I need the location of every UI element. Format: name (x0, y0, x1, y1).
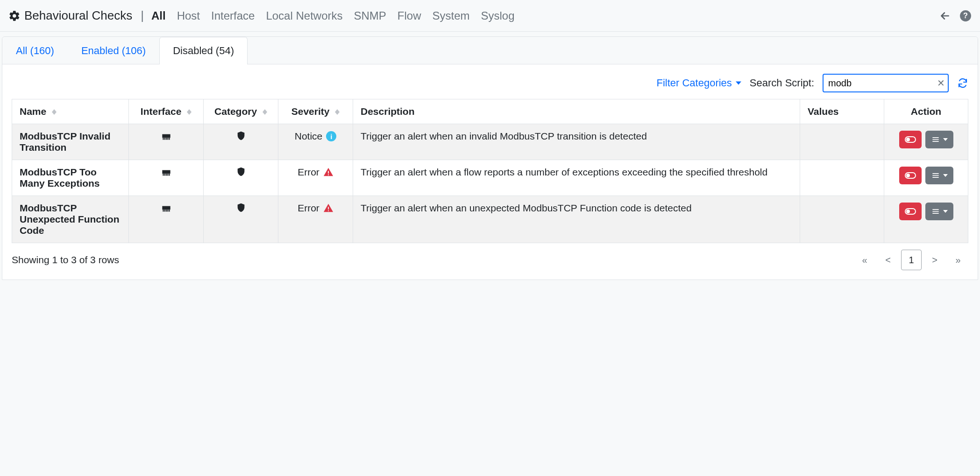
title-text: Behavioural Checks (24, 8, 132, 23)
page-header: Behavioural Checks | AllHostInterfaceLoc… (0, 0, 980, 32)
table-toolbar: Filter Categories Search Script: ✕ (2, 64, 978, 99)
table-row: ModbusTCP Too Many ExceptionsError Trigg… (12, 160, 968, 196)
shield-icon (236, 132, 246, 143)
search-input[interactable] (823, 74, 949, 92)
table-footer: Showing 1 to 3 of 3 rows «<1>» (2, 243, 978, 280)
refresh-button[interactable] (957, 77, 968, 89)
page-button[interactable]: » (948, 250, 968, 270)
toggle-button[interactable] (899, 203, 922, 220)
cell-values (800, 160, 884, 196)
severity-label: Notice (295, 131, 323, 142)
table-body: ModbusTCP Invalid TransitionNotice iTrig… (12, 124, 968, 243)
filter-categories-label: Filter Categories (656, 77, 731, 89)
header-nav: AllHostInterfaceLocal NetworksSNMPFlowSy… (151, 9, 515, 22)
pager: «<1>» (854, 250, 968, 270)
network-icon (160, 134, 172, 145)
checks-table: Name Interface Category Severity Descrip… (12, 99, 968, 243)
col-interface[interactable]: Interface (129, 99, 204, 124)
menu-button[interactable] (925, 203, 953, 220)
cell-severity: Error (278, 160, 353, 196)
sort-icon (335, 109, 340, 115)
help-button[interactable] (959, 10, 972, 22)
cell-interface (129, 124, 204, 160)
nav-item-system[interactable]: System (433, 9, 470, 22)
warning-icon (323, 167, 334, 177)
toggle-button[interactable] (899, 131, 922, 148)
warning-icon (323, 203, 334, 213)
cell-category (204, 196, 278, 243)
sort-icon (263, 109, 267, 115)
info-icon: i (326, 131, 336, 141)
cell-category (204, 160, 278, 196)
caret-down-icon (736, 81, 741, 85)
col-name-label: Name (20, 106, 46, 117)
cell-action (884, 196, 968, 243)
col-values: Values (800, 99, 884, 124)
table-row: ModbusTCP Unexpected Function CodeError … (12, 196, 968, 243)
col-name[interactable]: Name (12, 99, 129, 124)
tab-enabled[interactable]: Enabled (106) (68, 37, 159, 64)
col-category-label: Category (214, 106, 257, 117)
cell-action (884, 124, 968, 160)
gear-icon (8, 10, 21, 22)
nav-item-local-networks[interactable]: Local Networks (266, 9, 342, 22)
page-button[interactable]: > (924, 250, 945, 270)
col-category[interactable]: Category (204, 99, 278, 124)
sort-icon (187, 109, 192, 115)
toggle-button[interactable] (899, 167, 922, 184)
cell-values (800, 124, 884, 160)
page-button[interactable]: < (878, 250, 898, 270)
cell-action (884, 160, 968, 196)
cell-severity: Notice i (278, 124, 353, 160)
search-label: Search Script: (750, 77, 814, 89)
severity-label: Error (298, 167, 320, 178)
tabs-bar: All (160) Enabled (106) Disabled (54) (2, 37, 978, 64)
nav-item-flow[interactable]: Flow (398, 9, 421, 22)
cell-description: Trigger an alert when an invalid ModbusT… (353, 124, 800, 160)
cell-name: ModbusTCP Unexpected Function Code (12, 196, 129, 243)
severity-label: Error (298, 203, 320, 214)
cell-severity: Error (278, 196, 353, 243)
table-row: ModbusTCP Invalid TransitionNotice iTrig… (12, 124, 968, 160)
col-severity[interactable]: Severity (278, 99, 353, 124)
cell-interface (129, 160, 204, 196)
cell-category (204, 124, 278, 160)
shield-icon (236, 168, 246, 179)
content-panel: All (160) Enabled (106) Disabled (54) Fi… (2, 36, 978, 280)
col-severity-label: Severity (291, 106, 330, 117)
network-icon (160, 206, 172, 217)
menu-button[interactable] (925, 131, 953, 148)
cell-description: Trigger an alert when a flow reports a n… (353, 160, 800, 196)
nav-item-all[interactable]: All (151, 9, 166, 22)
shield-icon (236, 204, 246, 215)
page-button[interactable]: 1 (901, 250, 922, 270)
tab-disabled[interactable]: Disabled (54) (159, 37, 248, 64)
cell-values (800, 196, 884, 243)
page-button[interactable]: « (854, 250, 875, 270)
rows-summary: Showing 1 to 3 of 3 rows (12, 254, 119, 266)
nav-item-interface[interactable]: Interface (211, 9, 255, 22)
back-button[interactable] (939, 10, 951, 22)
col-values-label: Values (808, 106, 839, 117)
col-action: Action (884, 99, 968, 124)
clear-search-icon[interactable]: ✕ (937, 77, 945, 89)
col-description: Description (353, 99, 800, 124)
col-action-label: Action (911, 106, 941, 117)
cell-interface (129, 196, 204, 243)
nav-item-syslog[interactable]: Syslog (481, 9, 515, 22)
filter-categories-dropdown[interactable]: Filter Categories (656, 77, 741, 89)
menu-button[interactable] (925, 167, 953, 184)
cell-name: ModbusTCP Invalid Transition (12, 124, 129, 160)
cell-description: Trigger an alert when an unexpected Modb… (353, 196, 800, 243)
nav-item-host[interactable]: Host (177, 9, 200, 22)
col-interface-label: Interface (141, 106, 182, 117)
tab-all[interactable]: All (160) (2, 37, 68, 64)
cell-name: ModbusTCP Too Many Exceptions (12, 160, 129, 196)
page-title: Behavioural Checks | (24, 8, 148, 23)
sort-icon (52, 109, 57, 115)
title-separator: | (141, 8, 144, 23)
nav-item-snmp[interactable]: SNMP (354, 9, 386, 22)
network-icon (160, 170, 172, 181)
col-description-label: Description (361, 106, 415, 117)
